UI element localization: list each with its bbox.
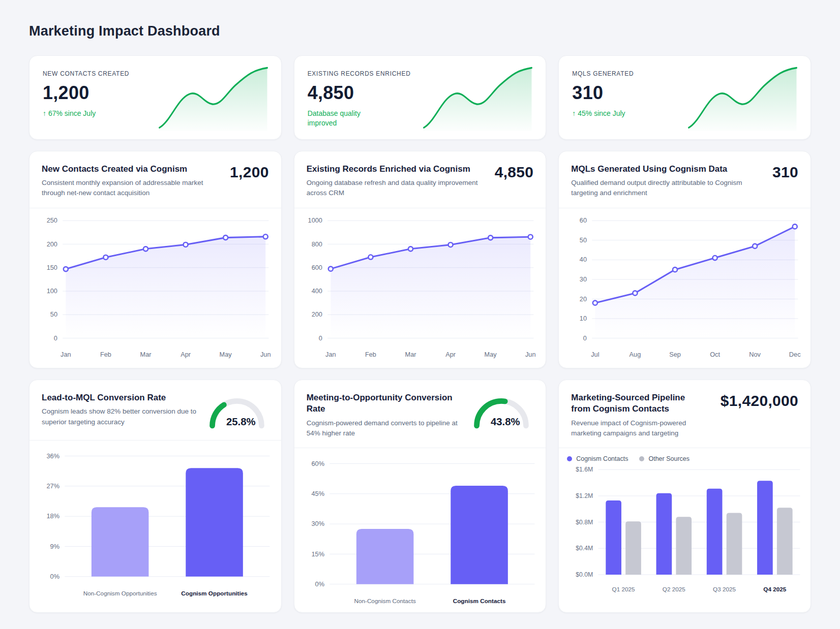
card-header: MQLs Generated Using Cognism Data Qualif…: [559, 151, 811, 208]
card-header-text: MQLs Generated Using Cognism Data Qualif…: [571, 164, 746, 199]
card-title: MQLs Generated Using Cognism Data: [571, 164, 746, 175]
svg-text:Apr: Apr: [181, 351, 191, 358]
svg-text:60: 60: [580, 216, 587, 224]
kpi-value: 4,850: [308, 82, 417, 104]
card-subtitle: Cognism leads show 82% better conversion…: [42, 406, 199, 427]
line-chart-row: New Contacts Created via Cognism Consist…: [29, 151, 811, 368]
kpi-card-new-contacts: NEW CONTACTS CREATED 1,200 ↑ 67% since J…: [29, 55, 282, 140]
svg-text:Feb: Feb: [100, 351, 111, 358]
svg-text:Q2 2025: Q2 2025: [663, 586, 686, 592]
svg-text:36%: 36%: [47, 452, 60, 460]
legend-item-cognism-contacts: Cognism Contacts: [567, 455, 628, 462]
card-title: Marketing-Sourced Pipeline from Cognism …: [571, 392, 697, 415]
sparkline-chart: [685, 65, 800, 132]
svg-text:May: May: [220, 351, 232, 358]
svg-text:Nov: Nov: [749, 351, 761, 358]
chart-card-records-enriched: Existing Records Enriched via Cognism On…: [294, 151, 547, 368]
svg-text:20: 20: [580, 295, 587, 302]
card-title: Lead-to-MQL Conversion Rate: [42, 392, 199, 403]
grouped-bar-chart: $0.0M$0.4M$0.8M$1.2M$1.6MQ1 2025Q2 2025Q…: [559, 463, 811, 599]
card-header-text: Meeting-to-Opportunity Conversion Rate C…: [307, 392, 464, 438]
chart-card-meeting-to-opportunity: Meeting-to-Opportunity Conversion Rate C…: [294, 380, 547, 613]
card-header-text: Existing Records Enriched via Cognism On…: [307, 164, 482, 199]
card-header: New Contacts Created via Cognism Consist…: [29, 151, 281, 208]
svg-text:200: 200: [311, 310, 322, 318]
svg-text:0%: 0%: [315, 580, 324, 588]
svg-text:Q4 2025: Q4 2025: [764, 586, 787, 592]
dashboard-page: Marketing Impact Dashboard NEW CONTACTS …: [0, 0, 840, 629]
svg-text:43.8%: 43.8%: [491, 416, 520, 427]
card-title: Meeting-to-Opportunity Conversion Rate: [307, 392, 464, 415]
svg-text:Dec: Dec: [789, 351, 801, 358]
svg-text:Mar: Mar: [405, 351, 416, 358]
card-title: Existing Records Enriched via Cognism: [307, 164, 482, 175]
svg-text:100: 100: [47, 287, 57, 295]
legend-item-other-sources: Other Sources: [639, 455, 689, 462]
card-header: Marketing-Sourced Pipeline from Cognism …: [559, 380, 811, 448]
svg-text:Q3 2025: Q3 2025: [713, 586, 736, 592]
svg-text:9%: 9%: [50, 543, 59, 550]
kpi-card-records-enriched: EXISTING RECORDS ENRICHED 4,850 Database…: [294, 55, 547, 140]
kpi-text-block: MQLS GENERATED 310 ↑ 45% since July: [572, 70, 682, 139]
svg-text:$1.2M: $1.2M: [576, 492, 593, 499]
svg-text:0: 0: [54, 334, 57, 341]
chart-card-lead-to-mql: Lead-to-MQL Conversion Rate Cognism lead…: [29, 380, 282, 613]
svg-text:1000: 1000: [308, 216, 322, 224]
card-subtitle: Ongoing database refresh and data qualit…: [307, 178, 482, 199]
svg-text:Jan: Jan: [61, 351, 71, 358]
legend-label: Other Sources: [648, 455, 689, 462]
svg-text:Apr: Apr: [445, 351, 456, 358]
gauge-chart: 43.8%: [469, 392, 533, 431]
svg-text:30%: 30%: [311, 520, 324, 527]
card-subtitle: Qualified demand output directly attribu…: [571, 178, 746, 199]
svg-text:$0.0M: $0.0M: [576, 571, 593, 578]
svg-text:Feb: Feb: [365, 351, 376, 358]
kpi-text-block: EXISTING RECORDS ENRICHED 4,850 Database…: [308, 70, 417, 139]
svg-text:Non-Cognism Contacts: Non-Cognism Contacts: [354, 597, 416, 604]
card-header-text: New Contacts Created via Cognism Consist…: [42, 164, 217, 199]
card-headline-value: $1,420,000: [721, 392, 798, 410]
svg-text:Oct: Oct: [710, 351, 720, 358]
svg-text:30: 30: [580, 275, 587, 283]
svg-text:40: 40: [580, 256, 587, 263]
kpi-delta: ↑ 67% since July: [43, 109, 119, 118]
svg-text:$1.6M: $1.6M: [576, 466, 593, 473]
bar-chart: 0%9%18%27%36%Non-Cognism OpportunitiesCo…: [29, 441, 281, 605]
svg-text:50: 50: [580, 236, 587, 244]
svg-text:Jun: Jun: [525, 351, 536, 358]
svg-text:Sep: Sep: [669, 351, 681, 358]
card-subtitle: Revenue impact of Cognism-powered market…: [571, 418, 697, 439]
chart-card-pipeline: Marketing-Sourced Pipeline from Cognism …: [558, 380, 811, 613]
svg-text:10: 10: [580, 314, 587, 322]
card-title: New Contacts Created via Cognism: [42, 164, 217, 175]
bottom-row: Lead-to-MQL Conversion Rate Cognism lead…: [29, 380, 811, 613]
svg-text:Jan: Jan: [325, 351, 336, 358]
kpi-value: 310: [572, 82, 682, 104]
kpi-delta: ↑ 45% since July: [572, 109, 648, 118]
svg-text:18%: 18%: [47, 512, 60, 520]
card-subtitle: Consistent monthly expansion of addressa…: [42, 178, 217, 199]
legend-dot-gray-icon: [639, 456, 644, 461]
chart-card-mqls: MQLs Generated Using Cognism Data Qualif…: [558, 151, 811, 368]
card-headline-value: 4,850: [495, 164, 534, 181]
svg-text:Mar: Mar: [140, 351, 152, 358]
svg-text:400: 400: [311, 287, 322, 295]
chart-card-new-contacts: New Contacts Created via Cognism Consist…: [29, 151, 282, 368]
svg-text:250: 250: [47, 216, 57, 224]
sparkline-chart: [156, 65, 271, 132]
legend-dot-purple-icon: [567, 456, 572, 461]
svg-text:50: 50: [50, 310, 57, 318]
svg-text:Aug: Aug: [629, 351, 641, 358]
card-header: Meeting-to-Opportunity Conversion Rate C…: [294, 380, 546, 448]
svg-text:0: 0: [583, 334, 587, 341]
svg-text:Jul: Jul: [591, 351, 599, 358]
svg-text:Non-Cognism Opportunities: Non-Cognism Opportunities: [83, 590, 157, 596]
card-header-text: Lead-to-MQL Conversion Rate Cognism lead…: [42, 392, 199, 427]
svg-text:0%: 0%: [50, 573, 59, 580]
legend-label: Cognism Contacts: [576, 455, 628, 462]
gauge-chart: 25.8%: [205, 392, 269, 431]
card-headline-value: 1,200: [230, 164, 269, 181]
kpi-delta: Database quality improved: [308, 109, 384, 128]
svg-text:Q1 2025: Q1 2025: [612, 586, 636, 592]
sparkline-chart: [420, 65, 535, 132]
